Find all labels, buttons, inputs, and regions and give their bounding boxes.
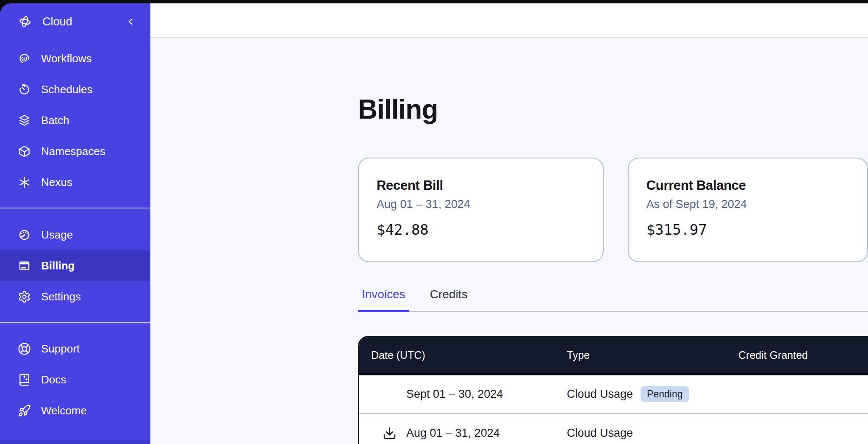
temporal-logo-icon xyxy=(18,14,32,29)
nexus-icon xyxy=(18,176,31,189)
sidebar-item-settings[interactable]: Settings xyxy=(0,281,150,312)
sidebar-item-batch[interactable]: Batch xyxy=(0,105,150,136)
sidebar-item-label: Workflows xyxy=(41,52,92,65)
sidebar-header-label: Cloud xyxy=(42,15,72,28)
card-subtitle: As of Sept 19, 2024 xyxy=(646,198,849,211)
sidebar-item-label: Namespaces xyxy=(41,145,105,158)
sidebar-nav-account: Usage Billing xyxy=(0,219,150,312)
workflows-icon xyxy=(18,52,31,65)
recent-bill-card: Recent Bill Aug 01 – 31, 2024 $42.88 xyxy=(358,158,604,262)
settings-icon xyxy=(18,290,31,303)
support-icon xyxy=(18,342,31,355)
sidebar-item-label: Welcome xyxy=(41,404,87,417)
tab-invoices[interactable]: Invoices xyxy=(358,288,409,312)
invoices-table: Date (UTC) Type Credit Granted Sept 01 –… xyxy=(358,336,868,444)
icon-slot xyxy=(383,426,406,440)
usage-icon xyxy=(18,228,31,241)
summary-cards: Recent Bill Aug 01 – 31, 2024 $42.88 Cur… xyxy=(358,158,868,262)
sidebar-item-schedules[interactable]: Schedules xyxy=(0,74,150,105)
column-header-credit-granted: Credit Granted xyxy=(727,349,868,361)
sidebar-item-label: Usage xyxy=(41,228,73,241)
sidebar-bottom-strip xyxy=(0,440,150,444)
table-row: Aug 01 – 31, 2024 Cloud Usage xyxy=(359,414,868,444)
status-badge: Pending xyxy=(641,386,689,402)
billing-tabs: Invoices Credits xyxy=(358,288,868,312)
sidebar-item-label: Docs xyxy=(41,373,66,386)
sidebar-item-label: Settings xyxy=(41,290,81,303)
type-cell: Cloud Usage xyxy=(555,427,727,440)
app-window: Cloud Workflows xyxy=(0,3,868,444)
sidebar-divider xyxy=(0,322,150,323)
sidebar-item-billing[interactable]: Billing xyxy=(0,250,150,281)
sidebar-item-welcome[interactable]: Welcome xyxy=(0,395,150,426)
sidebar-item-docs[interactable]: Docs xyxy=(0,364,150,395)
sidebar-item-label: Schedules xyxy=(41,83,92,96)
billing-page: Billing Recent Bill Aug 01 – 31, 2024 $4… xyxy=(150,38,868,444)
invoice-type: Cloud Usage xyxy=(567,427,633,440)
card-amount: $42.88 xyxy=(377,221,585,238)
sidebar-item-label: Batch xyxy=(41,114,69,127)
sidebar-nav-primary: Workflows Schedules xyxy=(0,43,150,198)
tab-credits[interactable]: Credits xyxy=(426,288,471,312)
date-cell: Sept 01 – 30, 2024 xyxy=(359,388,555,401)
card-amount: $315.97 xyxy=(646,221,849,238)
sidebar-item-workflows[interactable]: Workflows xyxy=(0,43,150,74)
table-header: Date (UTC) Type Credit Granted xyxy=(359,337,868,375)
invoice-date: Aug 01 – 31, 2024 xyxy=(406,427,500,440)
top-bar xyxy=(150,3,868,38)
type-cell: Cloud Usage Pending xyxy=(555,386,727,402)
current-balance-card: Current Balance As of Sept 19, 2024 $315… xyxy=(628,158,868,262)
docs-icon xyxy=(18,373,31,386)
card-title: Current Balance xyxy=(646,178,849,193)
sidebar-item-nexus[interactable]: Nexus xyxy=(0,167,150,198)
sidebar-item-support[interactable]: Support xyxy=(0,333,150,364)
batch-icon xyxy=(18,114,31,127)
sidebar-header: Cloud xyxy=(0,7,150,36)
page-title: Billing xyxy=(358,94,868,125)
sidebar-item-label: Nexus xyxy=(41,176,72,189)
card-subtitle: Aug 01 – 31, 2024 xyxy=(377,198,585,211)
download-invoice-icon[interactable] xyxy=(383,426,397,440)
table-row: Sept 01 – 30, 2024 Cloud Usage Pending xyxy=(359,375,868,414)
billing-icon xyxy=(18,259,31,272)
date-cell: Aug 01 – 31, 2024 xyxy=(359,426,555,440)
sidebar-item-label: Billing xyxy=(41,259,75,272)
column-header-date: Date (UTC) xyxy=(359,349,555,361)
rocket-icon xyxy=(18,404,31,417)
schedules-icon xyxy=(18,83,31,96)
sidebar: Cloud Workflows xyxy=(0,3,150,444)
sidebar-divider xyxy=(0,208,150,208)
namespaces-icon xyxy=(18,145,31,158)
invoice-date: Sept 01 – 30, 2024 xyxy=(406,388,503,401)
main-area: Billing Recent Bill Aug 01 – 31, 2024 $4… xyxy=(150,3,868,444)
collapse-sidebar-icon[interactable] xyxy=(125,16,137,28)
sidebar-item-label: Support xyxy=(41,342,80,355)
card-title: Recent Bill xyxy=(377,178,585,193)
column-header-type: Type xyxy=(555,349,727,361)
invoice-type: Cloud Usage xyxy=(567,388,633,401)
sidebar-item-namespaces[interactable]: Namespaces xyxy=(0,136,150,167)
sidebar-nav-support: Support Docs xyxy=(0,333,150,426)
screen: Cloud Workflows xyxy=(0,0,868,444)
sidebar-item-usage[interactable]: Usage xyxy=(0,219,150,250)
